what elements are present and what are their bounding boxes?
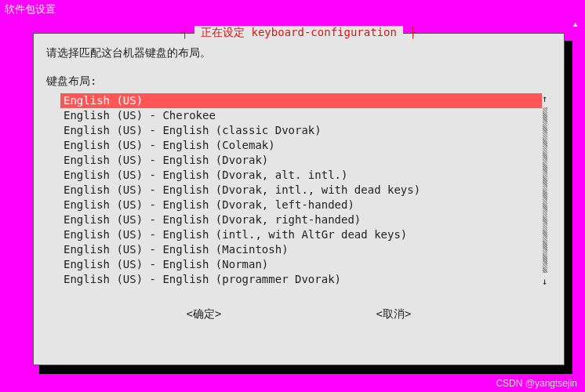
list-item[interactable]: English (US) - Cherokee bbox=[60, 108, 540, 123]
list-item[interactable]: English (US) - English (classic Dvorak) bbox=[60, 123, 540, 138]
list-item[interactable]: English (US) - English (Dvorak) bbox=[60, 153, 540, 168]
cancel-button[interactable]: <取消> bbox=[376, 307, 412, 321]
scroll-track[interactable] bbox=[543, 107, 547, 273]
list-item[interactable]: English (US) - English (Colemak) bbox=[60, 138, 540, 153]
scroll-up-icon[interactable]: ↑ bbox=[542, 93, 547, 104]
dialog-title: 正在设定 keyboard-configuration bbox=[194, 26, 403, 40]
dialog-title-left-bar: ┤ bbox=[181, 26, 194, 38]
window-title: 软件包设置 bbox=[0, 0, 585, 19]
watermark: CSDN @yangtsejin bbox=[496, 378, 577, 389]
list-item[interactable]: English (US) bbox=[60, 93, 542, 108]
dialog-button-row: <确定> <取消> bbox=[46, 307, 551, 321]
keyboard-config-dialog: ┤ 正在设定 keyboard-configuration ├ 请选择匹配这台机… bbox=[33, 33, 565, 365]
keyboard-layout-list[interactable]: English (US)English (US) - CherokeeEngli… bbox=[60, 93, 540, 287]
list-item[interactable]: English (US) - English (Dvorak, alt. int… bbox=[60, 168, 540, 183]
list-item[interactable]: English (US) - English (Dvorak, right-ha… bbox=[60, 212, 540, 227]
list-item[interactable]: English (US) - English (Norman) bbox=[60, 257, 540, 272]
ok-button[interactable]: <确定> bbox=[187, 307, 222, 321]
list-item[interactable]: English (US) - English (Macintosh) bbox=[60, 242, 540, 257]
list-label: 键盘布局: bbox=[46, 74, 551, 89]
list-item[interactable]: English (US) - English (Dvorak, left-han… bbox=[60, 198, 540, 212]
instruction-text: 请选择匹配这台机器键盘的布局。 bbox=[46, 46, 551, 60]
list-scrollbar[interactable]: ↑ ↓ bbox=[542, 93, 548, 287]
dialog-title-right-bar: ├ bbox=[403, 26, 416, 38]
terminal-area: ▴ ┤ 正在设定 keyboard-configuration ├ 请选择匹配这… bbox=[16, 17, 580, 386]
list-item[interactable]: English (US) - English (Dvorak, intl., w… bbox=[60, 183, 540, 198]
scroll-down-icon[interactable]: ↓ bbox=[542, 276, 547, 287]
outer-scroll-up-icon: ▴ bbox=[572, 17, 579, 30]
list-item[interactable]: English (US) - English (intl., with AltG… bbox=[60, 227, 540, 242]
list-item[interactable]: English (US) - English (programmer Dvora… bbox=[60, 272, 540, 287]
